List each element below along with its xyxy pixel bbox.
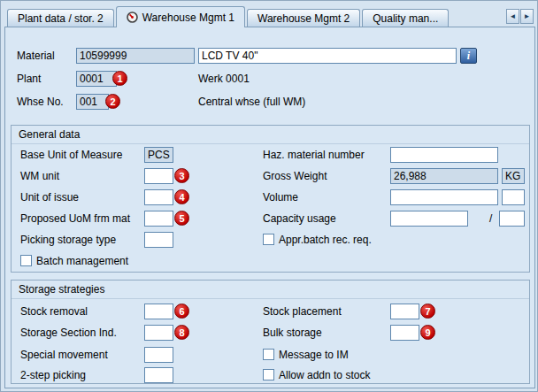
whse-description-text: Central whse (full WM) [198,94,305,110]
storage-strategies-title: Storage strategies [19,283,104,296]
haz-material-input[interactable] [390,147,498,163]
annotation-marker-8: 8 [174,325,189,340]
material-input[interactable] [76,48,195,64]
allow-addn-to-stock-label: Allow addn to stock [279,367,370,383]
tab-label: Warehouse Mgmt 2 [257,12,350,25]
whse-no-input[interactable] [76,94,109,110]
plant-input[interactable] [76,71,117,87]
appr-batch-rec-req-checkbox[interactable] [263,234,274,245]
two-step-picking-input[interactable] [144,367,173,383]
tab-strip: Plant data / stor. 2 Warehouse Mgmt 1 Wa… [7,6,450,27]
gross-weight-field[interactable] [390,168,498,184]
active-tab-gauge-icon [127,12,138,23]
plant-description-text: Werk 0001 [198,71,250,87]
message-to-im-label: Message to IM [279,347,349,363]
annotation-marker-9: 9 [420,325,435,340]
proposed-uom-input[interactable] [144,211,173,227]
special-movement-input[interactable] [144,347,173,363]
stock-removal-input[interactable] [144,304,173,319]
whse-no-label: Whse No. [17,94,64,110]
message-to-im-checkbox[interactable] [263,349,274,360]
volume-label: Volume [263,189,298,205]
capacity-usage-label: Capacity usage [263,211,336,227]
gross-weight-unit-field[interactable] [502,168,525,184]
gross-weight-label: Gross Weight [263,168,327,184]
annotation-marker-2: 2 [105,94,120,109]
tab-label: Quality man... [373,12,438,25]
storage-section-ind-label: Storage Section Ind. [20,325,117,341]
tab-quality-management[interactable]: Quality man... [362,9,449,27]
capacity-usage-denominator-input[interactable] [499,211,525,227]
tab-warehouse-mgmt-1[interactable]: Warehouse Mgmt 1 [116,6,245,27]
groupbox-divider [12,143,529,144]
unit-of-issue-label: Unit of issue [20,189,79,205]
stock-placement-label: Stock placement [263,304,342,319]
bulk-storage-label: Bulk storage [263,325,322,341]
allow-addn-to-stock-checkbox[interactable] [263,369,274,380]
special-movement-label: Special movement [20,347,108,363]
info-button[interactable]: i [460,48,477,64]
tab-content-panel: Material i Plant 1 Werk 0001 Whse No. 2 … [4,27,535,388]
batch-management-checkbox[interactable] [20,255,32,266]
two-step-picking-label: 2-step picking [20,367,86,383]
tab-plant-data-stor-2[interactable]: Plant data / stor. 2 [7,9,114,27]
picking-storage-type-label: Picking storage type [20,232,116,248]
tab-scroll-buttons: ◄ ► [506,9,534,24]
volume-unit-input[interactable] [502,189,525,205]
storage-strategies-groupbox: Storage strategies Stock removal 6 Stora… [11,280,530,384]
capacity-separator: / [489,211,492,227]
tab-label: Warehouse Mgmt 1 [142,12,234,24]
picking-storage-type-input[interactable] [144,232,173,248]
annotation-marker-1: 1 [112,71,127,86]
annotation-marker-5: 5 [174,211,189,226]
groupbox-divider [12,298,529,299]
stock-removal-label: Stock removal [20,304,88,319]
annotation-marker-7: 7 [420,304,435,319]
plant-label: Plant [17,71,41,87]
annotation-marker-4: 4 [174,189,189,204]
wm-unit-label: WM unit [20,168,59,184]
tab-scroll-right-icon[interactable]: ► [520,9,534,24]
tab-label: Plant data / stor. 2 [18,12,104,25]
general-data-title: General data [19,128,80,141]
material-label: Material [17,48,55,64]
general-data-groupbox: General data Base Unit of Measure WM uni… [11,125,530,273]
wm-unit-input[interactable] [144,168,173,184]
unit-of-issue-input[interactable] [144,189,173,205]
base-uom-field[interactable] [144,147,173,163]
appr-batch-rec-req-label: Appr.batch rec. req. [279,232,372,248]
annotation-marker-3: 3 [174,168,189,183]
volume-input[interactable] [390,189,498,205]
stock-placement-input[interactable] [390,304,419,319]
sap-window: Plant data / stor. 2 Warehouse Mgmt 1 Wa… [0,0,538,392]
base-uom-label: Base Unit of Measure [20,147,122,163]
annotation-marker-6: 6 [174,304,189,319]
storage-section-ind-input[interactable] [144,325,173,341]
haz-material-label: Haz. material number [263,147,365,163]
material-description-input[interactable] [198,48,457,64]
bulk-storage-input[interactable] [390,325,419,341]
proposed-uom-label: Proposed UoM frm mat [20,211,130,227]
tab-scroll-left-icon[interactable]: ◄ [506,9,519,24]
batch-management-label: Batch management [36,253,128,269]
capacity-usage-input[interactable] [390,211,468,227]
tab-warehouse-mgmt-2[interactable]: Warehouse Mgmt 2 [247,9,360,27]
